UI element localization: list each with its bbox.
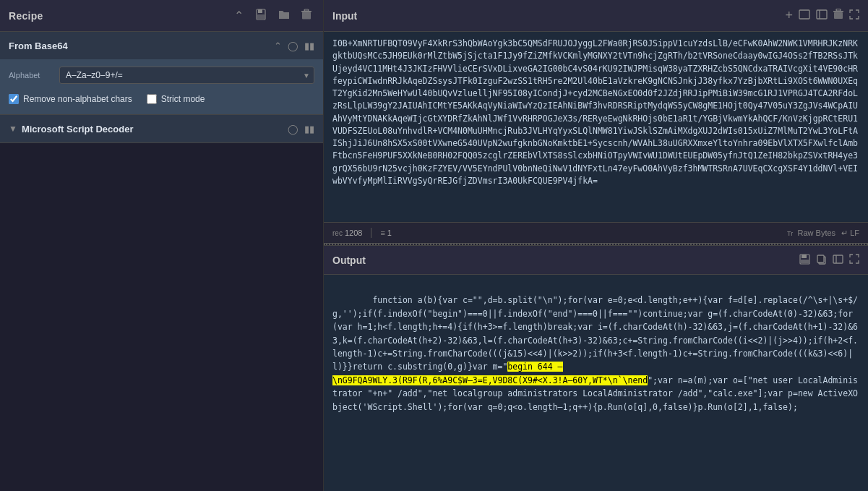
decoder-title-area: ▼ Microsoft Script Decoder <box>9 124 133 135</box>
output-copy-icon[interactable] <box>816 254 827 267</box>
from-base64-header: From Base64 ⌃ ◯ ▮▮ <box>0 32 323 59</box>
alphabet-select[interactable]: A–Za–z0–9+/= <box>59 67 314 84</box>
svg-rect-5 <box>302 12 311 19</box>
lf-label: LF <box>850 229 859 237</box>
input-trash-icon[interactable] <box>833 9 843 22</box>
decoder-chevron-icon[interactable]: ▼ <box>9 124 17 134</box>
decoder-pause-icon[interactable]: ▮▮ <box>304 124 314 135</box>
svg-rect-10 <box>834 12 843 19</box>
status-bar: rec 1208 ≡ 1 Tr Raw Bytes ↵ LF <box>324 222 868 244</box>
microsoft-decoder-section: ▼ Microsoft Script Decoder ◯ ▮▮ <box>0 115 323 143</box>
svg-rect-2 <box>257 14 265 19</box>
svg-rect-1 <box>258 9 262 13</box>
status-left: rec 1208 ≡ 1 <box>332 228 392 238</box>
svg-rect-17 <box>833 255 843 263</box>
lines-status: ≡ 1 <box>380 229 392 237</box>
recipe-header: Recipe ⌃ <box>0 0 323 32</box>
input-text-container[interactable]: I0B+XmNRTUFBQT09VyF4XkRrS3hQbWAoYgk3bC5Q… <box>324 32 868 222</box>
output-text-container[interactable]: function a(b){var c="",d=b.split("\n");f… <box>324 275 868 491</box>
section-divider <box>324 244 868 245</box>
remove-nonalpha-label[interactable]: Remove non-alphabet chars <box>23 94 132 104</box>
decoder-title: Microsoft Script Decoder <box>22 124 134 135</box>
status-divider <box>371 228 371 238</box>
recipe-title: Recipe <box>9 10 43 22</box>
strict-mode-item: Strict mode <box>147 94 205 104</box>
from-base64-title: From Base64 <box>9 40 68 51</box>
svg-rect-14 <box>801 260 809 263</box>
alphabet-select-container: A–Za–z0–9+/= ▼ <box>59 67 314 84</box>
input-add-icon[interactable]: + <box>785 8 793 23</box>
decoder-disable-icon[interactable]: ◯ <box>288 124 298 135</box>
from-base64-controls: ⌃ ◯ ▮▮ <box>274 40 314 51</box>
input-window-icon[interactable] <box>799 9 810 22</box>
strict-mode-label[interactable]: Strict mode <box>161 94 205 104</box>
left-panel: Recipe ⌃ <box>0 0 324 491</box>
output-title: Output <box>332 255 366 266</box>
status-right: Tr Raw Bytes ↵ LF <box>787 229 859 238</box>
svg-text:Tr: Tr <box>787 230 793 237</box>
rec-value: 1208 <box>345 229 362 237</box>
decoder-controls: ◯ ▮▮ <box>288 124 314 135</box>
output-section: Output <box>324 246 868 491</box>
right-panel: Input + <box>324 0 868 491</box>
svg-rect-13 <box>802 255 807 258</box>
disable-op-icon[interactable]: ◯ <box>288 40 298 51</box>
alphabet-label: Alphabet <box>9 71 59 80</box>
alphabet-row: Alphabet A–Za–z0–9+/= ▼ <box>9 67 314 84</box>
rec-label: rec <box>332 229 343 237</box>
from-base64-section: From Base64 ⌃ ◯ ▮▮ Alphabet A–Za–z0–9+/=… <box>0 32 323 115</box>
input-popout-icon[interactable] <box>816 9 828 22</box>
input-header-icons: + <box>785 8 859 23</box>
input-text: I0B+XmNRTUFBQT09VyF4XkRrS3hQbWAoYgk3bC5Q… <box>332 38 859 187</box>
output-text: function a(b){var c="",d=b.split("\n");f… <box>332 281 859 427</box>
recipe-header-icons: ⌃ <box>231 7 314 25</box>
decoder-header: ▼ Microsoft Script Decoder ◯ ▮▮ <box>0 115 323 142</box>
output-popout-icon[interactable] <box>833 254 843 266</box>
svg-rect-7 <box>817 10 827 19</box>
input-expand-icon[interactable] <box>849 9 859 22</box>
remove-nonalpha-item: Remove non-alphabet chars <box>9 94 132 104</box>
collapse-icon[interactable]: ⌃ <box>231 7 246 24</box>
collapse-op-icon[interactable]: ⌃ <box>274 40 282 51</box>
output-expand-icon[interactable] <box>849 254 859 266</box>
lines-value: 1 <box>387 229 392 237</box>
trash-icon[interactable] <box>298 7 314 25</box>
raw-bytes-button[interactable]: Tr Raw Bytes <box>787 229 836 237</box>
output-header: Output <box>324 246 868 275</box>
svg-rect-16 <box>817 255 824 262</box>
lines-icon: ≡ <box>380 229 384 237</box>
remove-nonalpha-checkbox[interactable] <box>9 94 19 104</box>
checkbox-row: Remove non-alphabet chars Strict mode <box>9 91 314 107</box>
input-header: Input + <box>324 0 868 32</box>
raw-bytes-label: Raw Bytes <box>798 229 836 237</box>
svg-rect-6 <box>799 10 809 19</box>
pause-op-icon[interactable]: ▮▮ <box>304 40 314 51</box>
svg-rect-9 <box>836 9 841 12</box>
output-pre-highlight: function a(b){var c="",d=b.split("\n");f… <box>332 295 858 372</box>
lf-button[interactable]: ↵ LF <box>841 229 859 238</box>
folder-icon[interactable] <box>275 7 293 25</box>
input-section: Input + <box>324 0 868 246</box>
output-header-icons <box>799 254 859 267</box>
from-base64-body: Alphabet A–Za–z0–9+/= ▼ Remove non-alpha… <box>0 59 323 114</box>
input-title: Input <box>332 10 357 22</box>
rec-status: rec 1208 <box>332 229 362 237</box>
strict-mode-checkbox[interactable] <box>147 94 157 104</box>
save-icon[interactable] <box>252 7 270 25</box>
output-save-icon[interactable] <box>799 254 810 267</box>
svg-rect-4 <box>304 9 309 11</box>
